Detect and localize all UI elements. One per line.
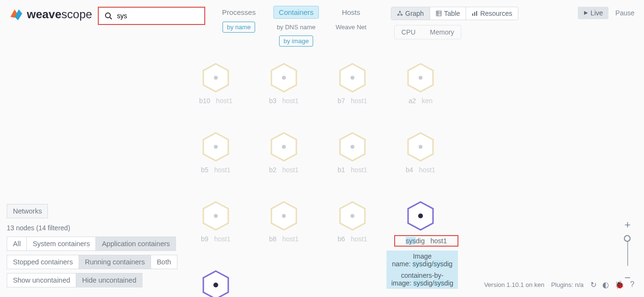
svg-point-0 bbox=[105, 13, 110, 18]
svg-line-1 bbox=[110, 17, 112, 19]
tab-cpu[interactable]: CPU bbox=[395, 25, 422, 39]
container-node[interactable]: b6host1 bbox=[326, 201, 379, 243]
table-icon bbox=[436, 11, 442, 16]
bug-icon[interactable]: 🐞 bbox=[615, 280, 624, 289]
view-table-button[interactable]: Table bbox=[430, 7, 466, 20]
contrast-icon[interactable]: ◐ bbox=[602, 280, 609, 289]
node-name-label: b2 bbox=[269, 166, 277, 174]
subnav-weavenet[interactable]: Weave Net bbox=[331, 22, 371, 33]
zoom-handle[interactable] bbox=[624, 235, 631, 242]
zoom-in-button[interactable]: + bbox=[624, 219, 631, 231]
live-button[interactable]: Live bbox=[578, 7, 609, 19]
logo-text: weavescope bbox=[27, 8, 92, 21]
container-node[interactable]: b9host1 bbox=[189, 201, 242, 243]
hexagon-icon bbox=[200, 270, 231, 297]
reload-icon[interactable]: ↻ bbox=[590, 280, 597, 289]
subnav-by-dns[interactable]: by DNS name bbox=[272, 22, 320, 33]
subnav-by-image[interactable]: by image bbox=[279, 36, 313, 47]
svg-rect-11 bbox=[476, 11, 477, 16]
hexagon-icon bbox=[405, 201, 436, 231]
svg-point-25 bbox=[351, 145, 354, 149]
help-icon[interactable]: ? bbox=[630, 280, 634, 289]
container-node[interactable]: b10host1 bbox=[189, 62, 242, 105]
svg-rect-5 bbox=[436, 11, 441, 16]
logo: weavescope bbox=[10, 8, 92, 21]
svg-rect-10 bbox=[474, 12, 475, 16]
tab-memory[interactable]: Memory bbox=[423, 25, 461, 39]
filter-all[interactable]: All bbox=[7, 237, 26, 250]
status-bar: Version 1.10.1 on ken Plugins: n/a ↻ ◐ 🐞… bbox=[484, 280, 634, 289]
container-node[interactable]: b1host1 bbox=[326, 131, 379, 174]
node-host-label: host1 bbox=[431, 237, 447, 245]
zoom-out-button[interactable]: − bbox=[624, 272, 631, 284]
node-tooltip: Image name: sysdig/sysdig containers-by-… bbox=[386, 250, 458, 289]
hexagon-icon bbox=[337, 62, 368, 93]
nav-containers[interactable]: Containers bbox=[273, 6, 319, 19]
filter-hide-uncontained[interactable]: Hide uncontained bbox=[76, 273, 142, 287]
filter-show-uncontained[interactable]: Show uncontained bbox=[7, 273, 76, 287]
svg-point-35 bbox=[418, 214, 423, 218]
container-node[interactable]: b3host1 bbox=[258, 62, 310, 105]
node-name-label: a2 bbox=[409, 97, 416, 105]
hexagon-icon bbox=[405, 131, 436, 162]
hexagon-icon bbox=[337, 201, 368, 231]
container-node[interactable]: b7host1 bbox=[326, 62, 379, 105]
container-node-partial[interactable] bbox=[189, 270, 242, 297]
filter-application-containers[interactable]: Application containers bbox=[95, 237, 176, 250]
node-name-label: b9 bbox=[201, 235, 209, 243]
nav-hosts[interactable]: Hosts bbox=[337, 6, 365, 19]
svg-point-29 bbox=[214, 214, 218, 218]
svg-point-27 bbox=[419, 145, 422, 149]
zoom-slider[interactable] bbox=[627, 237, 628, 266]
node-host-label: host1 bbox=[216, 97, 233, 105]
container-node[interactable]: b4host1 bbox=[394, 131, 447, 174]
node-host-label: host1 bbox=[214, 235, 231, 243]
svg-point-23 bbox=[282, 145, 286, 149]
node-host-label: host1 bbox=[214, 166, 231, 174]
container-node[interactable]: a2ken bbox=[394, 62, 447, 105]
hexagon-icon bbox=[405, 62, 436, 93]
node-name-label: b1 bbox=[338, 166, 345, 174]
node-host-label: host1 bbox=[419, 166, 435, 174]
search-icon bbox=[105, 12, 112, 20]
node-host-label: host1 bbox=[351, 235, 367, 243]
node-host-label: host1 bbox=[282, 235, 299, 243]
search-input-wrap[interactable] bbox=[98, 7, 205, 25]
search-input[interactable] bbox=[117, 12, 199, 20]
hexagon-icon bbox=[200, 62, 231, 93]
svg-point-17 bbox=[351, 76, 354, 80]
view-mode-group: Graph Table Resources bbox=[391, 7, 518, 20]
pause-button[interactable]: Pause bbox=[615, 9, 634, 17]
resource-sub-tabs: CPU Memory bbox=[394, 25, 461, 39]
graph-icon bbox=[397, 11, 403, 16]
topology-nav: Processes by name Containers by DNS name… bbox=[217, 6, 371, 47]
filter-both[interactable]: Both bbox=[151, 255, 177, 269]
node-name-label: sysdig bbox=[406, 237, 425, 245]
filter-stopped[interactable]: Stopped containers bbox=[7, 255, 79, 269]
container-node[interactable]: b2host1 bbox=[258, 131, 310, 174]
container-node[interactable]: b5host1 bbox=[189, 131, 242, 174]
hexagon-icon bbox=[200, 201, 231, 231]
play-icon bbox=[584, 11, 588, 15]
node-name-label: b5 bbox=[201, 166, 209, 174]
node-name-label: b7 bbox=[338, 97, 345, 105]
zoom-control: + − bbox=[624, 219, 631, 284]
node-host-label: host1 bbox=[351, 166, 367, 174]
filter-running[interactable]: Running containers bbox=[79, 255, 151, 269]
version-label: Version 1.10.1 on ken bbox=[484, 281, 544, 288]
node-host-label: host1 bbox=[282, 97, 299, 105]
svg-rect-9 bbox=[472, 13, 473, 16]
node-host-label: host1 bbox=[282, 166, 299, 174]
view-graph-button[interactable]: Graph bbox=[391, 7, 430, 20]
filter-system-containers[interactable]: System containers bbox=[26, 237, 95, 250]
view-resources-button[interactable]: Resources bbox=[466, 7, 518, 20]
resources-icon bbox=[472, 11, 478, 16]
hexagon-icon bbox=[269, 62, 299, 93]
container-node[interactable]: b8host1 bbox=[258, 201, 310, 243]
node-name-label: b4 bbox=[406, 166, 413, 174]
networks-button[interactable]: Networks bbox=[7, 204, 48, 218]
nav-processes[interactable]: Processes bbox=[217, 6, 261, 19]
live-pause-group: Live Pause bbox=[578, 7, 634, 19]
subnav-by-name[interactable]: by name bbox=[222, 22, 255, 33]
container-node-sysdig[interactable]: sysdighost1 bbox=[394, 201, 447, 247]
